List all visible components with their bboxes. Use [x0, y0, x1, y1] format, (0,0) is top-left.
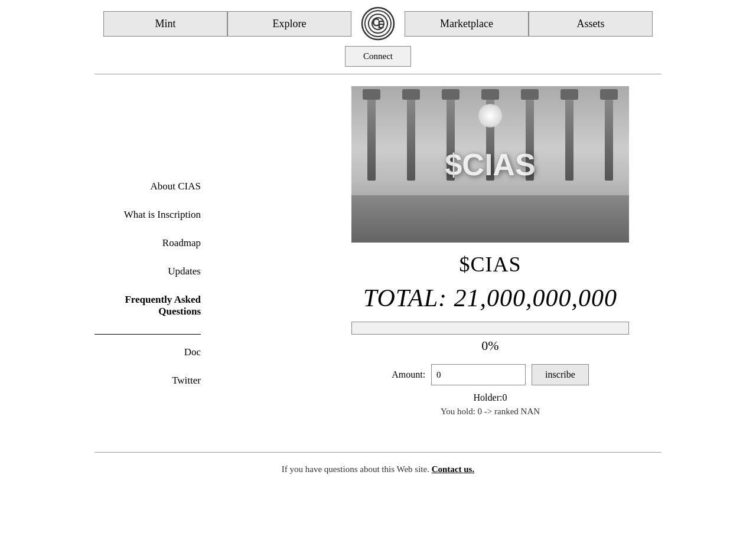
marketplace-button[interactable]: Marketplace	[405, 11, 529, 37]
sidebar-item-inscription[interactable]: What is Inscription	[94, 209, 201, 221]
inscribe-button[interactable]: inscribe	[532, 364, 589, 385]
amount-row: Amount: inscribe	[392, 364, 589, 385]
header: Mint Explore ₠ Marketplace Assets Connec…	[0, 0, 756, 67]
mint-button[interactable]: Mint	[103, 11, 227, 37]
connect-row: Connect	[345, 46, 411, 67]
logo-icon: ₠	[360, 6, 396, 41]
explore-button[interactable]: Explore	[227, 11, 351, 37]
sidebar-divider	[94, 334, 201, 335]
assets-button[interactable]: Assets	[529, 11, 653, 37]
total-supply: TOTAL: 21,000,000,000	[363, 284, 617, 312]
hold-rank-text: You hold: 0 -> ranked NAN	[441, 407, 540, 417]
sidebar-item-faq[interactable]: Frequently Asked Questions	[94, 294, 201, 317]
amount-label: Amount:	[392, 369, 425, 380]
connect-button[interactable]: Connect	[345, 46, 411, 67]
sidebar-item-updates[interactable]: Updates	[94, 266, 201, 277]
sidebar-item-about[interactable]: About CIAS	[94, 181, 201, 192]
token-name: $CIAS	[459, 252, 521, 277]
sidebar-item-roadmap[interactable]: Roadmap	[94, 237, 201, 249]
progress-percent: 0%	[481, 338, 498, 353]
contact-link[interactable]: Contact us.	[432, 464, 475, 474]
hero-image: $CIAS	[351, 86, 629, 243]
sidebar-item-twitter[interactable]: Twitter	[94, 375, 201, 387]
footer-text: If you have questions about this Web sit…	[282, 464, 429, 474]
logo-container: ₠	[351, 6, 405, 41]
main-content: About CIAS What is Inscription Roadmap U…	[0, 74, 756, 428]
center-content: $CIAS $CIAS TOTAL: 21,000,000,000 0% Amo…	[224, 86, 756, 417]
hero-sun-decoration	[478, 104, 502, 127]
sidebar: About CIAS What is Inscription Roadmap U…	[0, 86, 224, 417]
svg-text:₠: ₠	[372, 17, 384, 31]
hero-token-text: $CIAS	[445, 147, 535, 182]
sidebar-item-doc[interactable]: Doc	[94, 346, 201, 358]
amount-input[interactable]	[431, 364, 526, 385]
holder-text: Holder:0	[474, 392, 507, 403]
progress-bar-container	[351, 322, 629, 335]
nav-row: Mint Explore ₠ Marketplace Assets	[94, 6, 662, 41]
hero-scene: $CIAS	[351, 86, 629, 243]
footer: If you have questions about this Web sit…	[0, 453, 756, 492]
